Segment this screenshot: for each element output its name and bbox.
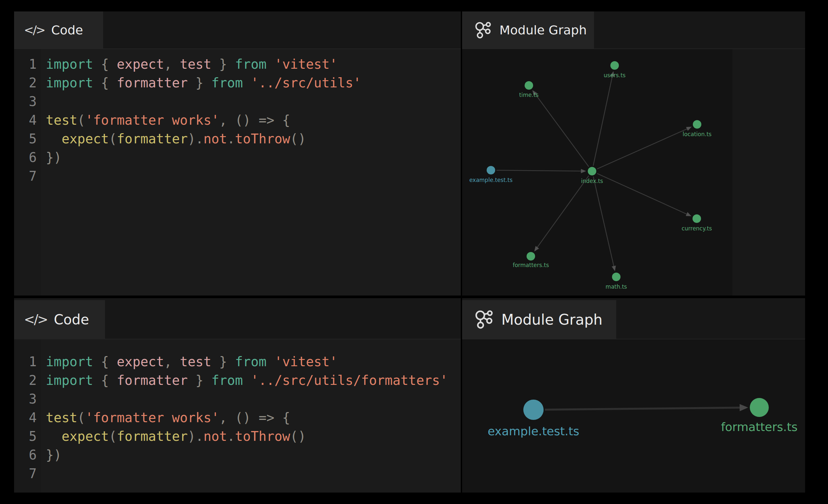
graph-edge-arrow: [740, 404, 748, 411]
code-line: 1import { expect, test } from 'vitest': [14, 55, 461, 74]
line-number: 6: [14, 148, 41, 167]
code-line: 4test('formatter works', () => {: [14, 111, 461, 130]
graph-edge: [496, 170, 582, 171]
code-line-content: expect(formatter).not.toThrow(): [41, 427, 306, 446]
graph-node-index.ts[interactable]: [588, 167, 596, 175]
code-line-content: [41, 167, 46, 185]
code-line-content: }): [41, 148, 61, 167]
graph-node-currency.ts[interactable]: [693, 214, 701, 223]
graph-panel-header: Module Graph: [462, 11, 805, 49]
code-editor[interactable]: 1import { expect, test } from 'vitest'2i…: [14, 339, 461, 493]
code-line-content: test('formatter works', () => {: [41, 409, 290, 427]
code-line-content: [41, 92, 46, 111]
graph-node-math.ts[interactable]: [612, 272, 621, 281]
code-line-content: test('formatter works', () => {: [41, 111, 290, 130]
graph-edge-arrow: [612, 265, 616, 271]
line-number: 6: [14, 446, 41, 464]
graph-node-users.ts[interactable]: [610, 61, 619, 70]
graph-edge-arrow: [686, 127, 692, 131]
line-number: 1: [14, 352, 41, 371]
code-line: 1import { expect, test } from 'vitest': [14, 352, 461, 371]
graph-edge-arrow: [534, 246, 539, 252]
graph-edge: [597, 129, 688, 169]
code-panel-top: </> Code 1import { expect, test } from '…: [14, 11, 461, 296]
line-number: 1: [14, 55, 41, 74]
tab-code[interactable]: </> Code: [14, 300, 105, 339]
line-number: 5: [14, 130, 41, 148]
code-panel-bottom: </> Code 1import { expect, test } from '…: [14, 298, 461, 493]
code-line: 4test('formatter works', () => {: [14, 409, 461, 427]
line-number: 2: [14, 74, 41, 92]
code-line: 6}): [14, 446, 461, 464]
code-icon: </>: [24, 312, 47, 327]
graph-edge: [537, 176, 589, 248]
graph-node-label: math.ts: [606, 284, 627, 290]
code-line: 7: [14, 167, 461, 185]
graph-node-example.test.ts[interactable]: [523, 400, 544, 420]
tab-module-graph[interactable]: Module Graph: [462, 11, 594, 48]
code-line: 6}): [14, 148, 461, 167]
code-line-content: import { formatter } from '../src/utils': [41, 74, 361, 92]
tab-code[interactable]: </> Code: [14, 11, 103, 48]
code-line: 5 expect(formatter).not.toThrow(): [14, 427, 461, 446]
module-graph-canvas[interactable]: example.test.tsformatters.ts: [462, 339, 805, 493]
graph-edge: [593, 177, 614, 267]
graph-node-label: example.test.ts: [488, 424, 579, 438]
code-line: 7: [14, 464, 461, 483]
graph-node-label: location.ts: [683, 131, 712, 137]
graph-node-time.ts[interactable]: [525, 81, 533, 90]
code-line-content: expect(formatter).not.toThrow(): [41, 130, 306, 148]
graph-node-label: formatters.ts: [721, 420, 797, 434]
code-line-content: import { expect, test } from 'vitest': [41, 55, 337, 74]
code-icon: </>: [24, 23, 44, 37]
module-graph-icon: [474, 309, 494, 329]
graph-node-example.test.ts[interactable]: [487, 166, 495, 174]
graph-node-label: currency.ts: [682, 225, 712, 232]
graph-edge: [545, 408, 740, 410]
line-number: 4: [14, 409, 41, 427]
tab-code-label: Code: [51, 23, 83, 37]
code-line: 2import { formatter } from '../src/utils…: [14, 74, 461, 92]
module-graph-icon: [474, 21, 492, 39]
module-graph-panel-top: Module Graph users.tstime.tslocation.tse…: [462, 11, 805, 296]
line-number: 7: [14, 167, 41, 185]
line-number: 3: [14, 92, 41, 111]
graph-node-formatters.ts[interactable]: [750, 398, 769, 417]
code-line: 3: [14, 390, 461, 409]
graph-edge: [535, 94, 589, 167]
code-line-content: }): [41, 446, 61, 464]
line-number: 7: [14, 464, 41, 483]
graph-node-formatters.ts[interactable]: [527, 252, 535, 260]
line-number: 3: [14, 390, 41, 409]
code-line-content: [41, 464, 46, 483]
code-line-content: [41, 390, 46, 409]
line-number: 2: [14, 371, 41, 390]
code-line: 5 expect(formatter).not.toThrow(): [14, 130, 461, 148]
screenshot-stage: </> Code 1import { expect, test } from '…: [0, 0, 828, 504]
code-line-content: import { expect, test } from 'vitest': [41, 352, 337, 371]
code-panel-header: </> Code: [14, 11, 461, 49]
line-number: 5: [14, 427, 41, 446]
tab-module-graph-label: Module Graph: [499, 23, 587, 37]
graph-panel-header: Module Graph: [462, 298, 805, 339]
module-graph-panel-bottom: Module Graph example.test.tsformatters.t…: [462, 298, 805, 493]
graph-edge: [593, 76, 613, 166]
graph-node-label: example.test.ts: [469, 177, 512, 183]
code-panel-header: </> Code: [14, 298, 461, 339]
code-editor[interactable]: 1import { expect, test } from 'vitest'2i…: [14, 49, 461, 296]
tab-code-label: Code: [54, 311, 89, 328]
graph-node-label: time.ts: [519, 92, 538, 98]
graph-edge: [597, 173, 687, 214]
code-line-content: import { formatter } from '../src/utils/…: [41, 371, 448, 390]
line-number: 4: [14, 111, 41, 130]
graph-node-location.ts[interactable]: [693, 120, 701, 129]
graph-node-label: users.ts: [604, 72, 626, 79]
code-line: 2import { formatter } from '../src/utils…: [14, 371, 461, 390]
module-graph-canvas[interactable]: users.tstime.tslocation.tsexample.test.t…: [462, 49, 805, 296]
graph-edge-arrow: [686, 212, 691, 216]
tab-module-graph-label: Module Graph: [501, 311, 603, 328]
graph-node-label: formatters.ts: [513, 262, 549, 268]
graph-edge-arrow: [581, 169, 586, 173]
graph-node-label: index.ts: [581, 178, 603, 184]
tab-module-graph[interactable]: Module Graph: [462, 300, 616, 339]
